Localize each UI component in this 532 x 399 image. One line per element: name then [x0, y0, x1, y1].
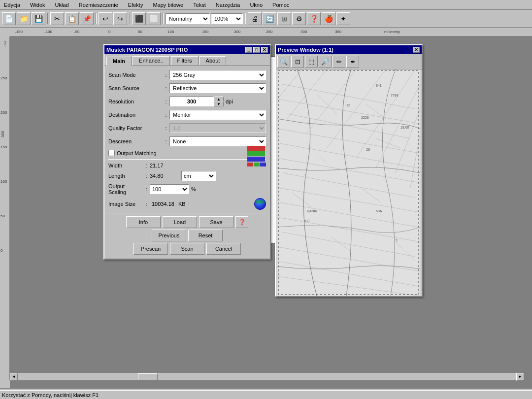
undo-button[interactable]: ↩	[99, 12, 112, 25]
zoom-mode-select[interactable]: Normalny	[166, 13, 210, 24]
destination-row: Destination : Monitor Printer Fax	[108, 109, 266, 120]
info-button[interactable]: Info	[126, 216, 161, 228]
menu-item-ukno[interactable]: Ukno	[248, 1, 265, 8]
tab-enhance[interactable]: Enhance..	[133, 56, 170, 65]
scroll-track-h2[interactable]	[159, 373, 516, 380]
svg-text:2228: 2228	[361, 116, 369, 119]
button-row-2: Previous Reset	[108, 230, 266, 241]
globe-icon[interactable]	[254, 198, 266, 210]
menu-item-narzedzia[interactable]: Narzędzia	[214, 1, 242, 8]
save-dialog-button[interactable]: Save	[199, 216, 233, 228]
button-row-3: Prescan Scan Cancel	[108, 243, 266, 255]
minimize-button[interactable]: _	[245, 47, 252, 53]
menu-item-uklad[interactable]: Układ	[53, 1, 71, 8]
paste-button[interactable]: 📌	[80, 12, 94, 25]
svg-text:150: 150	[202, 30, 209, 34]
svg-text:?: ?	[396, 239, 398, 242]
resolution-input[interactable]	[169, 97, 214, 106]
scroll-track-h[interactable]	[18, 373, 137, 380]
divider-2	[108, 213, 266, 213]
cut-button[interactable]: ✂	[50, 12, 64, 25]
quality-factor-select[interactable]: 1.0	[169, 123, 266, 133]
resolution-label: Resolution	[108, 99, 163, 104]
about-button[interactable]: 🍎	[322, 12, 335, 25]
scan-button[interactable]: Scan	[170, 243, 204, 255]
scan-source-row: Scan Source : Reflective Transparency AD…	[108, 83, 266, 94]
menu-item-edycja[interactable]: Edycja	[2, 1, 22, 8]
grid-button[interactable]: ⊞	[277, 12, 291, 25]
scanner-dialog-title: Mustek PARAGON 1200SP PRO	[106, 47, 188, 53]
extra-button[interactable]: ✦	[336, 12, 350, 25]
zoom-percent-select[interactable]: 100%	[211, 13, 243, 24]
image-size-unit: KB	[178, 201, 186, 207]
scan-source-select[interactable]: Reflective Transparency ADF	[169, 83, 266, 93]
svg-text:0: 0	[108, 30, 111, 34]
redo-button[interactable]: ↪	[113, 12, 127, 25]
scroll-thumb-h[interactable]	[138, 373, 158, 380]
help-status-bar: Korzystać z Pomocy, naciśnij klawisz F1	[0, 390, 532, 399]
settings-button[interactable]: ⚙	[292, 12, 306, 25]
preview-close-button[interactable]: ✕	[413, 47, 420, 53]
ruler-horizontal: -150 -100 -50 0 50 100 150 200 250 300 3…	[10, 28, 532, 36]
refresh-button[interactable]: 🔄	[263, 12, 276, 25]
prescan-button[interactable]: Prescan	[133, 243, 168, 255]
image-size-value: 10034.18	[152, 201, 174, 207]
menu-item-efekty[interactable]: Efekty	[126, 1, 145, 8]
descreen-select[interactable]: None Magazine Newspaper Fine Art	[169, 136, 266, 146]
svg-text:250: 250	[266, 30, 273, 34]
menu-bar: Edycja Widok Układ Rozmieszczenie Efekty…	[0, 0, 532, 10]
import-button[interactable]: ⬛	[132, 12, 146, 25]
length-value: 34.80	[150, 173, 179, 179]
color-red	[247, 146, 265, 151]
preview-select-icon[interactable]: ⬚	[305, 56, 318, 67]
print-button[interactable]: 🖨	[248, 12, 262, 25]
save-toolbar-button[interactable]: 💾	[32, 12, 45, 25]
resolution-down-button[interactable]: ▼	[214, 101, 224, 106]
new-button[interactable]: 📄	[2, 12, 16, 25]
preview-zoom-icon[interactable]: 🔎	[319, 56, 332, 67]
menu-item-pomoc[interactable]: Pomoc	[270, 1, 291, 8]
preview-title: Preview Window (1:1)	[278, 47, 333, 53]
menu-item-rozmieszczenie[interactable]: Rozmieszczenie	[77, 1, 120, 8]
scanner-dialog-titlebar: Mustek PARAGON 1200SP PRO _ □ ✕	[104, 45, 270, 54]
copy-button[interactable]: 📋	[65, 12, 79, 25]
open-button[interactable]: 📁	[17, 12, 31, 25]
width-value: 21.17	[150, 163, 179, 168]
menu-item-tekst[interactable]: Tekst	[191, 1, 208, 8]
svg-text:7798: 7798	[391, 94, 399, 97]
menu-item-mapy[interactable]: Mapy bitowe	[151, 1, 185, 8]
preview-pencil-icon[interactable]: ✒	[346, 56, 359, 67]
destination-select[interactable]: Monitor Printer Fax	[169, 110, 266, 120]
length-unit-select[interactable]: cm inch mm pixel	[181, 171, 216, 181]
tab-about[interactable]: About	[200, 56, 227, 65]
toolbar: 📄 📁 💾 ✂ 📋 📌 ↩ ↪ ⬛ ⬜ Normalny 100% 🖨 🔄 ⊞ …	[0, 10, 532, 28]
svg-text:60A: 60A	[376, 209, 382, 213]
color-patch-r	[247, 163, 253, 166]
tab-filters[interactable]: Filters	[171, 56, 199, 65]
scan-mode-select[interactable]: 256 Gray Color Black & White True Color	[169, 70, 266, 80]
scroll-left-button[interactable]: ◄	[10, 373, 18, 381]
preview-scan-icon[interactable]: 🔍	[277, 56, 290, 67]
help-status-text: Korzystać z Pomocy, naciśnij klawisz F1	[2, 392, 99, 398]
output-matching-checkbox[interactable]	[108, 150, 115, 156]
load-button[interactable]: Load	[163, 216, 197, 228]
image-size-row: Image Size : 10034.18 KB	[108, 198, 266, 210]
output-scaling-select[interactable]: 100 50 75 150 200	[150, 184, 189, 194]
resolution-up-button[interactable]: ▲	[214, 97, 224, 101]
tab-main[interactable]: Main	[106, 57, 132, 66]
menu-item-widok[interactable]: Widok	[28, 1, 47, 8]
previous-button[interactable]: Previous	[152, 230, 186, 241]
help-dialog-icon[interactable]: ❓	[235, 216, 248, 228]
close-button[interactable]: ✕	[261, 47, 268, 53]
cancel-button[interactable]: Cancel	[206, 243, 241, 255]
maximize-button[interactable]: □	[253, 47, 260, 53]
export-button[interactable]: ⬜	[147, 12, 161, 25]
descreen-row: Descreen : None Magazine Newspaper Fine …	[108, 136, 266, 147]
color-patch-g	[254, 163, 260, 166]
reset-button[interactable]: Reset	[188, 230, 223, 241]
help-button[interactable]: ❓	[307, 12, 321, 25]
preview-eyedropper-icon[interactable]: ✏	[332, 56, 345, 67]
output-matching-area: Output Matching	[108, 150, 266, 156]
scroll-right-button[interactable]: ►	[516, 373, 524, 381]
preview-crop-icon[interactable]: ⊡	[291, 56, 304, 67]
